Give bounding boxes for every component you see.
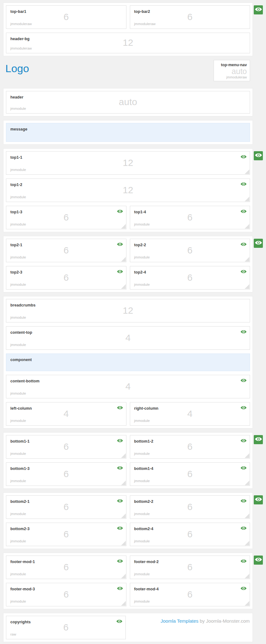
joomla-templates-link[interactable]: Joomla Templates (161, 618, 199, 624)
module-style-label: jmmodule (134, 539, 150, 543)
resize-handle[interactable] (121, 224, 126, 229)
module-style-label: jmmodule (10, 283, 26, 286)
section-visibility-button[interactable] (254, 495, 263, 504)
resize-handle[interactable] (121, 514, 126, 518)
module-style-label: jmmodule (10, 255, 26, 259)
module-box-top-bar1: top-bar1 6 jmmoduleraw (6, 5, 126, 29)
eye-icon[interactable] (117, 270, 123, 274)
module-box-footer-mod-1: footer-mod-1 6 jmmodule (6, 556, 126, 579)
eye-icon[interactable] (117, 526, 123, 530)
eye-icon[interactable] (117, 559, 123, 563)
eye-icon[interactable] (241, 330, 247, 334)
module-position-label: message (10, 127, 27, 131)
resize-handle[interactable] (245, 284, 249, 289)
module-style-label: jmmodule (10, 316, 26, 319)
template-credit: Joomla Templates by Joomla-Monster.com (129, 616, 250, 639)
module-box-top1-1: top1-1 12 jmmodule (6, 151, 250, 175)
module-box-content-top: content-top 4 jmmodule (6, 326, 250, 350)
module-box-footer-mod-3: footer-mod-3 6 jmmodule (6, 583, 126, 606)
eye-icon[interactable] (241, 210, 247, 214)
module-span-value: 12 (6, 185, 250, 195)
resize-handle[interactable] (121, 574, 126, 578)
eye-icon[interactable] (117, 587, 123, 591)
eye-icon[interactable] (117, 210, 123, 214)
module-box-bottom1-4: bottom1-4 6 jmmodule (130, 462, 250, 486)
module-box-top2-4: top2-4 6 jmmodule (130, 266, 250, 290)
module-style-label: jmmodule (10, 599, 26, 603)
section-visibility-button[interactable] (254, 556, 263, 565)
module-span-value: 6 (6, 529, 126, 540)
section-visibility-button[interactable] (254, 239, 263, 248)
eye-icon[interactable] (117, 466, 123, 470)
resize-handle[interactable] (245, 514, 249, 518)
module-span-value: 6 (130, 272, 250, 283)
resize-handle[interactable] (121, 481, 126, 485)
module-box-header: header auto jmmodule (6, 91, 250, 114)
resize-handle[interactable] (245, 574, 249, 578)
module-span-value: 6 (6, 562, 126, 572)
module-span-value: 6 (130, 502, 250, 512)
module-style-label: jmmodule (134, 572, 150, 576)
module-span-value: 4 (6, 333, 250, 343)
module-span-value: 6 (6, 589, 126, 600)
resize-handle[interactable] (121, 601, 126, 606)
module-box-bottom2-4: bottom2-4 6 jmmodule (130, 523, 250, 546)
module-box-footer-mod-4: footer-mod-4 6 jmmodule (130, 583, 250, 606)
eye-icon[interactable] (241, 499, 247, 503)
module-positions-page: top-bar1 6 jmmoduleraw top-bar2 6 jmmodu… (3, 3, 253, 642)
eye-icon[interactable] (241, 182, 247, 186)
module-span-value: 12 (6, 157, 250, 168)
resize-handle[interactable] (245, 453, 249, 458)
module-box-top1-3: top1-3 6 jmmodule (6, 206, 126, 229)
module-style-label: jmmodule (134, 283, 150, 286)
resize-handle[interactable] (121, 541, 126, 546)
section-visibility-button[interactable] (254, 5, 263, 14)
resize-handle[interactable] (245, 197, 249, 201)
module-style-label: jmmoduleraw (226, 75, 247, 79)
eye-icon[interactable] (116, 620, 122, 624)
eye-icon[interactable] (241, 242, 247, 247)
resize-handle[interactable] (121, 257, 126, 262)
eye-icon[interactable] (241, 439, 247, 443)
resize-handle[interactable] (245, 224, 249, 229)
eye-icon[interactable] (241, 379, 247, 383)
eye-icon[interactable] (117, 439, 123, 443)
section-visibility-button[interactable] (254, 151, 263, 160)
eye-icon[interactable] (117, 242, 123, 247)
resize-handle[interactable] (245, 601, 249, 606)
resize-handle[interactable] (245, 481, 249, 485)
module-box-bottom2-2: bottom2-2 6 jmmodule (130, 495, 250, 519)
eye-icon[interactable] (117, 406, 123, 410)
module-span-value: 6 (6, 622, 125, 633)
eye-icon[interactable] (241, 587, 247, 591)
module-position-label: component (10, 358, 32, 362)
resize-handle[interactable] (121, 284, 126, 289)
eye-icon[interactable] (241, 406, 247, 410)
eye-icon[interactable] (241, 559, 247, 563)
resize-handle[interactable] (245, 169, 249, 174)
module-box-top1-4: top1-4 6 jmmodule (130, 206, 250, 229)
eye-icon (255, 241, 262, 246)
module-style-label: jmmodule (10, 391, 26, 395)
eye-icon[interactable] (241, 270, 247, 274)
section-footer-modules: footer-mod-1 6 jmmodule footer-mod-2 6 j… (3, 553, 253, 609)
resize-handle[interactable] (245, 257, 249, 262)
eye-icon[interactable] (241, 526, 247, 530)
section-bottom1: bottom1-1 6 jmmodule bottom1-2 6 jmmodul… (3, 432, 253, 489)
module-style-label: jmmodule (134, 599, 150, 603)
resize-handle[interactable] (121, 453, 126, 458)
module-box-message: message (6, 123, 250, 142)
eye-icon[interactable] (117, 499, 123, 503)
module-box-footer-mod-2: footer-mod-2 6 jmmodule (130, 556, 250, 579)
logo-row: Logo top-menu-nav auto jmmoduleraw (3, 60, 253, 84)
eye-icon (255, 7, 262, 13)
module-span-value: 6 (6, 469, 126, 479)
eye-icon[interactable] (241, 466, 247, 470)
resize-handle[interactable] (245, 541, 249, 546)
eye-icon[interactable] (241, 155, 247, 159)
section-visibility-button[interactable] (254, 435, 263, 444)
module-span-value: 6 (130, 589, 250, 600)
module-style-label: jmmodule (134, 479, 150, 483)
module-style-label: jmmodule (10, 195, 26, 199)
module-style-label: jmmodule (10, 572, 26, 576)
